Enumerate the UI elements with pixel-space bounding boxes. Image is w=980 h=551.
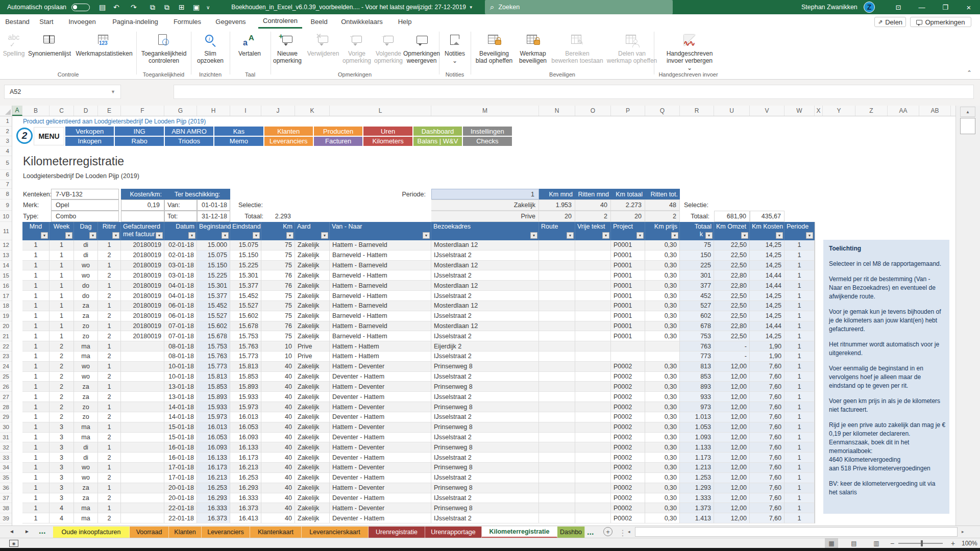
cell-aard[interactable]: Zakelijk (295, 301, 330, 311)
cell-aard[interactable]: Zakelijk (295, 362, 330, 372)
sheet-tab-dashbo[interactable]: Dashbo (557, 527, 585, 538)
cell-beginstand[interactable]: 15.075 (197, 251, 230, 261)
cell-bezoekadres[interactable]: Prinsenweg 8 (431, 382, 539, 392)
cell-datum[interactable]: 08-01-18 (164, 352, 197, 362)
cell-totaal_km[interactable]: 225 (680, 261, 714, 271)
cell-beginstand[interactable]: 15.377 (197, 291, 230, 301)
cell-vrije_tekst[interactable] (575, 402, 611, 412)
cell-project[interactable] (611, 352, 645, 362)
cell-week[interactable]: 3 (50, 463, 74, 473)
cell-vrije_tekst[interactable] (575, 453, 611, 463)
cell-vrije_tekst[interactable] (575, 270, 611, 281)
row-header-36[interactable]: 36 (0, 483, 12, 493)
table-header-periode[interactable]: Periode▼ (785, 222, 815, 240)
cell-eindstand[interactable]: 15.377 (230, 281, 261, 291)
row-header-24[interactable]: 24 (0, 362, 12, 372)
cell-km[interactable]: 10 (261, 352, 295, 362)
cell-km_omzet[interactable]: 22,50 (714, 261, 750, 271)
row-header-9[interactable]: 9 (0, 199, 12, 211)
cell-km[interactable]: 40 (261, 463, 295, 473)
cell-km_prijs[interactable]: 0,30 (645, 513, 680, 523)
cell-km_omzet[interactable]: 22,50 (714, 251, 750, 261)
cell-periode[interactable]: 1 (785, 331, 815, 341)
cell-dag[interactable]: ma (74, 503, 98, 513)
cell-route[interactable] (539, 412, 575, 422)
cell-km_omzet[interactable]: - (714, 341, 750, 352)
table-header-dag[interactable]: Dag▼ (74, 222, 98, 240)
van-label[interactable]: Van: (164, 199, 197, 211)
cell-totaal_km[interactable]: 933 (680, 392, 714, 402)
scroll-up-icon[interactable]: ▲ (960, 107, 975, 117)
cell-aard[interactable]: Zakelijk (295, 493, 330, 504)
cell-vrije_tekst[interactable] (575, 483, 611, 493)
cell-week[interactable]: 1 (50, 311, 74, 321)
cell-aard[interactable]: Zakelijk (295, 240, 330, 251)
name-box[interactable]: A52 ▼ (4, 85, 121, 99)
cell-beginstand[interactable]: 15.813 (197, 372, 230, 382)
cell-km[interactable]: 40 (261, 513, 295, 523)
zakelijk-value[interactable]: 48 (645, 199, 680, 211)
cell-datum[interactable]: 16-01-18 (164, 442, 197, 453)
cell-periode[interactable]: 1 (785, 442, 815, 453)
cell-km_omzet[interactable]: 22,50 (714, 311, 750, 321)
column-header-M[interactable]: M (431, 106, 539, 116)
cell-km_omzet[interactable]: 12,00 (714, 453, 750, 463)
cell-mnd[interactable]: 1 (22, 402, 50, 412)
menu-button-checks[interactable]: Checks (463, 137, 511, 146)
cell-km[interactable]: 40 (261, 412, 295, 422)
cell-week[interactable]: 2 (50, 402, 74, 412)
column-header-I[interactable]: I (230, 106, 261, 116)
cell-km_prijs[interactable]: 0,30 (645, 433, 680, 443)
cell-periode[interactable]: 1 (785, 251, 815, 261)
cell-van_naar[interactable]: Deventer - Hattem (330, 412, 431, 422)
cell-km_kosten[interactable]: 7,60 (750, 422, 785, 433)
cell-ritnr[interactable]: 1 (98, 341, 121, 352)
cell-periode[interactable]: 1 (785, 341, 815, 352)
km-mnd-header[interactable]: Km mnd (539, 189, 575, 199)
cell-eindstand[interactable]: 16.133 (230, 442, 261, 453)
cell-eindstand[interactable]: 16.373 (230, 503, 261, 513)
table-header-datum[interactable]: Datum▼ (164, 222, 197, 240)
cell-km_omzet[interactable]: 22,80 (714, 270, 750, 281)
cell-km_prijs[interactable]: 0,30 (645, 270, 680, 281)
cell-ritnr[interactable]: 1 (98, 402, 121, 412)
filter-dropdown-icon[interactable]: ▼ (806, 232, 813, 239)
cell-vrije_tekst[interactable] (575, 412, 611, 422)
cell-totaal_km[interactable]: 301 (680, 270, 714, 281)
cell-eindstand[interactable]: 15.301 (230, 270, 261, 281)
cell-route[interactable] (539, 291, 575, 301)
cell-route[interactable] (539, 331, 575, 341)
cell-km_omzet[interactable]: 22,50 (714, 240, 750, 251)
table-header-route[interactable]: Route▼ (539, 222, 575, 240)
cell-van_naar[interactable]: Deventer - Hattem (330, 372, 431, 382)
cell-bezoekadres[interactable]: Mosterdlaan 12 (431, 301, 539, 311)
cell-mnd[interactable]: 1 (22, 483, 50, 493)
cell-km_kosten[interactable]: 14,25 (750, 331, 785, 341)
row-header-15[interactable]: 15 (0, 270, 12, 281)
cell-dag[interactable]: di (74, 453, 98, 463)
cell-van_naar[interactable]: Barneveld - Hattem (330, 251, 431, 261)
cell-dag[interactable]: za (74, 493, 98, 504)
cell-mnd[interactable]: 1 (22, 291, 50, 301)
kosten-km-value[interactable]: 0,19 (121, 199, 164, 211)
cell-van_naar[interactable]: Hattem - Deventer (330, 503, 431, 513)
cell-aard[interactable]: Zakelijk (295, 503, 330, 513)
row-header-28[interactable]: 28 (0, 402, 12, 412)
tab-beeld[interactable]: Beeld (306, 14, 332, 29)
cell-dag[interactable]: wo (74, 362, 98, 372)
cell-project[interactable]: P0002 (611, 503, 645, 513)
table-header-mnd[interactable]: Mnd▼ (22, 222, 50, 240)
cell-mnd[interactable]: 1 (22, 513, 50, 523)
cell-week[interactable]: 3 (50, 473, 74, 483)
cell-ritnr[interactable]: 1 (98, 321, 121, 332)
cell-route[interactable] (539, 301, 575, 311)
cell-beginstand[interactable]: 15.893 (197, 392, 230, 402)
filter-dropdown-icon[interactable]: ▼ (602, 232, 609, 239)
cell-mnd[interactable]: 1 (22, 433, 50, 443)
zakelijk-value[interactable]: 1.953 (539, 199, 575, 211)
cell-van_naar[interactable]: Barneveld - Hattem (330, 311, 431, 321)
cell-route[interactable] (539, 463, 575, 473)
cell-route[interactable] (539, 503, 575, 513)
cell-beginstand[interactable]: 16.373 (197, 513, 230, 523)
table-header-eindstand[interactable]: Eindstand▼ (230, 222, 261, 240)
